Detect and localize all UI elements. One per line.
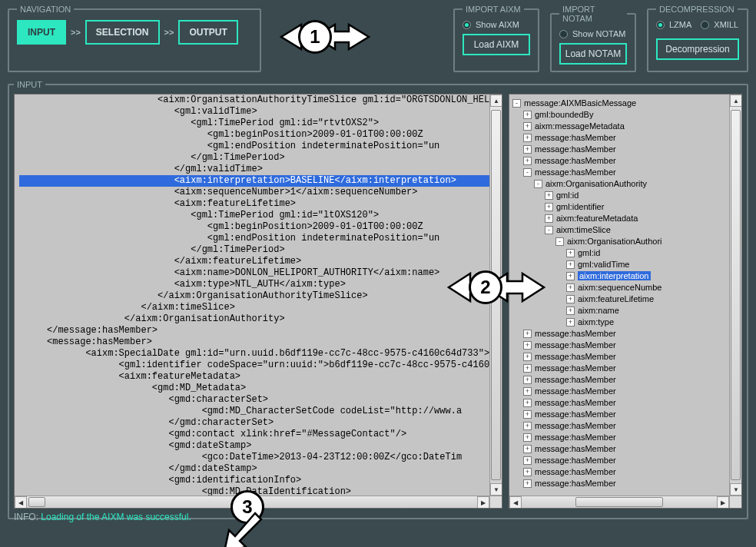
tree-toggle-icon[interactable]: +: [523, 422, 532, 430]
tree-node[interactable]: +gml:boundedBy: [512, 109, 726, 121]
tree-toggle-icon[interactable]: +: [545, 191, 553, 200]
tree-node-label[interactable]: message:hasMember: [535, 352, 616, 361]
xml-line[interactable]: <gml:beginPosition>2009-01-01T00:00:00Z: [19, 129, 489, 141]
nav-step-input[interactable]: INPUT: [17, 20, 66, 45]
xml-line[interactable]: <aixm:interpretation>BASELINE</aixm:inte…: [19, 175, 489, 187]
tree-node[interactable]: +aixm:featureMetadata: [512, 213, 726, 224]
xml-line[interactable]: <message:hasMember>: [19, 336, 489, 348]
tree-node-label[interactable]: gml:boundedBy: [535, 110, 593, 119]
xml-line[interactable]: </aixm:OrganisationAuthority>: [19, 313, 489, 325]
tree-node[interactable]: +message:hasMember: [512, 466, 726, 478]
decompression-button[interactable]: Decompression: [656, 38, 739, 60]
tree-node[interactable]: +message:hasMember: [512, 432, 726, 443]
tree-node-label[interactable]: message:hasMember: [535, 375, 616, 384]
tree-toggle-icon[interactable]: +: [523, 399, 532, 407]
scroll-left-icon[interactable]: ◀: [15, 496, 27, 509]
tree-node[interactable]: +message:hasMember: [512, 478, 726, 489]
tree-node-label[interactable]: message:hasMember: [535, 444, 616, 453]
lzma-radio[interactable]: [656, 21, 665, 29]
tree-vscrollbar[interactable]: ▲ ▼: [729, 94, 741, 496]
tree-node[interactable]: +gml:id: [512, 190, 726, 201]
scroll-up-icon[interactable]: ▲: [730, 94, 742, 107]
tree-toggle-icon[interactable]: +: [523, 122, 532, 131]
tree-node[interactable]: +message:hasMember: [512, 351, 726, 363]
xml-line[interactable]: <aixm:sequenceNumber>1</aixm:sequenceNum…: [19, 187, 489, 198]
tree-toggle-icon[interactable]: +: [545, 203, 553, 211]
tree-node-label[interactable]: aixm:featureMetadata: [556, 214, 638, 223]
xml-line[interactable]: <gco:DateTime>2013-04-23T12:00:00Z</gco:…: [19, 452, 489, 463]
tree-toggle-icon[interactable]: +: [566, 260, 575, 269]
xml-line[interactable]: </gmd:characterSet>: [19, 417, 489, 429]
tree-node[interactable]: +aixm:messageMetadata: [512, 121, 726, 132]
xml-line[interactable]: <gml:beginPosition>2009-01-01T00:00:00Z: [19, 221, 489, 233]
tree-node-label[interactable]: gml:id: [578, 248, 600, 257]
tree-toggle-icon[interactable]: +: [523, 157, 532, 165]
tree-node-label[interactable]: message:AIXMBasicMessage: [524, 98, 636, 108]
tree-node[interactable]: +message:hasMember: [512, 386, 726, 397]
tree-node[interactable]: +message:hasMember: [512, 455, 726, 466]
tree-node[interactable]: +aixm:type: [512, 317, 726, 328]
xml-line[interactable]: <aixm:featureLifetime>: [19, 198, 489, 210]
tree-node[interactable]: +message:hasMember: [512, 443, 726, 455]
tree-toggle-icon[interactable]: +: [523, 341, 532, 350]
tree-node-label[interactable]: aixm:interpretation: [578, 271, 651, 280]
tree-toggle-icon[interactable]: +: [523, 134, 532, 142]
tree-toggle-icon[interactable]: +: [566, 249, 575, 257]
xml-line[interactable]: <gmd:MD_Metadata>: [19, 383, 489, 394]
tree-node[interactable]: -aixm:OrganisationAuthori: [512, 236, 726, 247]
tree-toggle-icon[interactable]: +: [566, 283, 575, 292]
tree-node[interactable]: -message:hasMember: [512, 167, 726, 178]
tree-toggle-icon[interactable]: +: [523, 456, 532, 465]
xml-line[interactable]: <gml:identifier codeSpace="urn:uuid:">b6…: [19, 360, 489, 371]
xml-line[interactable]: </aixm:featureLifetime>: [19, 256, 489, 267]
tree-node-label[interactable]: message:hasMember: [535, 398, 616, 407]
tree-node-label[interactable]: message:hasMember: [535, 144, 616, 154]
xml-line[interactable]: <aixm:type>NTL_AUTH</aixm:type>: [19, 279, 489, 290]
tree-node-label[interactable]: message:hasMember: [535, 329, 616, 338]
tree-node[interactable]: +aixm:name: [512, 305, 726, 317]
tree-toggle-icon[interactable]: -: [523, 168, 532, 177]
tree-toggle-icon[interactable]: +: [566, 307, 575, 315]
tree-node-label[interactable]: aixm:messageMetadata: [535, 121, 625, 131]
nav-step-selection[interactable]: SELECTION: [85, 20, 160, 45]
xml-line[interactable]: <gmd:contact xlink:href="#MessageContact…: [19, 429, 489, 440]
tree-node-label[interactable]: message:hasMember: [535, 156, 616, 165]
xml-line[interactable]: </gml:validTime>: [19, 164, 489, 175]
tree-node-label[interactable]: aixm:timeSlice: [556, 225, 611, 234]
tree-toggle-icon[interactable]: +: [523, 330, 532, 338]
scroll-down-icon[interactable]: ▼: [490, 483, 502, 496]
scroll-thumb[interactable]: [731, 110, 741, 480]
tree-node[interactable]: -message:AIXMBasicMessage: [512, 98, 726, 109]
xml-line[interactable]: <gmd:dateStamp>: [19, 440, 489, 452]
xml-line[interactable]: <gml:endPosition indeterminatePosition="…: [19, 233, 489, 244]
xml-line[interactable]: <gmd:MD_CharacterSetCode codeList="http:…: [19, 406, 489, 417]
xml-source-pane[interactable]: <aixm:OrganisationAuthorityTimeSlice gml…: [14, 94, 502, 509]
tree-node-label[interactable]: message:hasMember: [535, 363, 616, 373]
xml-line[interactable]: <gml:validTime>: [19, 106, 489, 118]
tree-node-label[interactable]: message:hasMember: [535, 456, 616, 465]
tree-node[interactable]: +message:hasMember: [512, 397, 726, 409]
xml-line[interactable]: <gml:TimePeriod gml:id="ltOXS120">: [19, 210, 489, 221]
tree-node-label[interactable]: aixm:OrganisationAuthority: [545, 179, 647, 188]
nav-step-output[interactable]: OUTPUT: [178, 20, 237, 45]
tree-node[interactable]: +message:hasMember: [512, 340, 726, 351]
xmill-radio[interactable]: [701, 21, 709, 29]
tree-node[interactable]: +message:hasMember: [512, 409, 726, 420]
tree-toggle-icon[interactable]: +: [523, 111, 532, 119]
tree-node[interactable]: +message:hasMember: [512, 420, 726, 432]
tree-node-label[interactable]: message:hasMember: [535, 479, 616, 488]
tree-node[interactable]: +message:hasMember: [512, 374, 726, 386]
tree-toggle-icon[interactable]: +: [523, 364, 532, 373]
tree-node-label[interactable]: aixm:sequenceNumbe: [578, 283, 662, 292]
show-notam-radio[interactable]: [559, 30, 568, 38]
tree-node-label[interactable]: message:hasMember: [535, 167, 616, 177]
tree-node[interactable]: +message:hasMember: [512, 363, 726, 374]
tree-toggle-icon[interactable]: -: [534, 180, 542, 188]
xml-line[interactable]: <aixm:OrganisationAuthorityTimeSlice gml…: [19, 94, 489, 106]
tree-node-label[interactable]: message:hasMember: [535, 409, 616, 419]
xml-line[interactable]: <aixm:featureMetadata>: [19, 371, 489, 383]
tree-toggle-icon[interactable]: -: [555, 237, 564, 246]
xml-line[interactable]: <gml:endPosition indeterminatePosition="…: [19, 141, 489, 152]
tree-node-label[interactable]: message:hasMember: [535, 467, 616, 476]
tree-node[interactable]: +aixm:interpretation: [512, 270, 726, 282]
